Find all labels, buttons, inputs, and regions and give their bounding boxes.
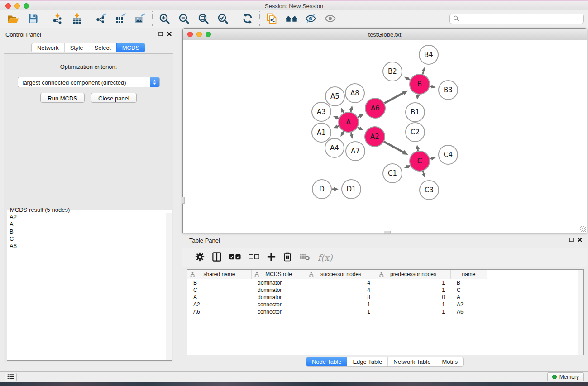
node-A6[interactable]: A6 [365, 98, 385, 118]
search-input[interactable] [461, 15, 583, 23]
node-A1[interactable]: A1 [312, 123, 331, 142]
control-tab-style[interactable]: Style [64, 43, 89, 52]
table-cell-shared-name[interactable]: A2 [187, 301, 252, 308]
node-C4[interactable]: C4 [439, 145, 458, 164]
network-canvas[interactable]: B4B2BB3B1A6A5A8A3AA1A4A7A2C2CC4C1C3DD1 [183, 40, 587, 233]
show-button[interactable] [320, 10, 340, 27]
node-C[interactable]: C [410, 151, 430, 171]
memory-button[interactable]: Memory [547, 372, 584, 381]
save-button[interactable] [23, 10, 43, 27]
edge-C-C4[interactable] [430, 157, 435, 160]
node-B3[interactable]: B3 [439, 81, 458, 100]
deselect-all-button[interactable] [249, 253, 259, 262]
node-D1[interactable]: D1 [342, 180, 361, 199]
close-panel-button[interactable]: Close panel [91, 93, 137, 103]
table-cell-name[interactable]: A6 [451, 309, 487, 315]
panel-divider-handle-bottom[interactable] [384, 231, 391, 234]
table-tab-node-table[interactable]: Node Table [306, 357, 347, 366]
delete-button[interactable] [283, 252, 292, 263]
edge-B-B1[interactable] [416, 95, 420, 100]
table-cell-shared-name[interactable]: B [187, 280, 252, 286]
zoom-in-button[interactable] [155, 10, 174, 27]
table-cell-shared-name[interactable]: A [187, 294, 252, 300]
select-all-button[interactable] [229, 253, 241, 262]
columns-button[interactable] [212, 252, 221, 263]
edge-A-A7[interactable] [349, 132, 353, 138]
table-cell-shared-name[interactable]: C [187, 287, 252, 293]
import-network-button[interactable] [48, 10, 67, 27]
optimization-dropdown[interactable]: largest connected component (directed) [18, 77, 160, 87]
table-cell-name[interactable]: B [451, 280, 487, 286]
table-cell-mcds-role[interactable]: dominator [252, 287, 306, 293]
edge-B-B2[interactable] [404, 77, 410, 81]
table-cell-predecessor-nodes[interactable]: 1 [376, 301, 451, 308]
edge-C-C1[interactable] [404, 164, 410, 168]
node-B2[interactable]: B2 [383, 62, 402, 81]
table-row[interactable]: Cdominator41C [187, 286, 583, 294]
table-cell-successor-nodes[interactable]: 8 [306, 294, 376, 300]
node-A8[interactable]: A8 [345, 84, 364, 103]
zoom-selected-button[interactable] [213, 10, 233, 27]
refresh-button[interactable] [238, 10, 257, 27]
close-table-panel-icon[interactable] [578, 238, 582, 242]
edge-A-A4[interactable] [340, 131, 344, 137]
table-tab-network-table[interactable]: Network Table [387, 357, 436, 366]
table-tab-motifs[interactable]: Motifs [436, 357, 463, 366]
table-cell-shared-name[interactable]: A6 [187, 309, 252, 315]
table-cell-mcds-role[interactable]: dominator [252, 294, 306, 300]
table-cell-successor-nodes[interactable]: 4 [306, 280, 376, 286]
table-cell-name[interactable]: A [451, 294, 487, 300]
edge-A6-B[interactable] [384, 91, 408, 103]
panel-divider-handle-left[interactable] [182, 197, 185, 204]
float-table-panel-icon[interactable] [569, 238, 574, 242]
result-scrollbar[interactable] [166, 213, 172, 360]
column-header-shared-name[interactable]: shared name [187, 270, 252, 279]
mcds-result-item[interactable]: B [10, 228, 164, 235]
edge-C-C3[interactable] [422, 171, 425, 178]
table-cell-predecessor-nodes[interactable]: 1 [376, 287, 451, 293]
table-cell-name[interactable]: C [451, 287, 487, 293]
table-cell-mcds-role[interactable]: connector [252, 309, 306, 315]
edge-D-D1[interactable] [332, 187, 339, 191]
open-button[interactable] [4, 10, 23, 27]
table-tab-edge-table[interactable]: Edge Table [347, 357, 387, 366]
mcds-result-item[interactable]: A [10, 221, 164, 228]
column-header-predecessor-nodes[interactable]: predecessor nodes [376, 270, 451, 279]
table-row[interactable]: Adominator80A [187, 294, 583, 301]
export-table-button[interactable] [111, 10, 130, 27]
node-C3[interactable]: C3 [420, 181, 439, 200]
node-B[interactable]: B [410, 74, 430, 94]
import-table-button[interactable] [67, 10, 86, 27]
column-header-name[interactable]: name [451, 270, 487, 279]
export-image-button[interactable] [130, 10, 150, 27]
settings-button[interactable] [195, 252, 205, 263]
hide-button[interactable] [301, 10, 320, 27]
mcds-result-item[interactable]: C [10, 235, 164, 243]
node-C2[interactable]: C2 [406, 123, 425, 142]
zoom-fit-button[interactable] [194, 10, 213, 27]
table-cell-successor-nodes[interactable]: 1 [306, 309, 376, 315]
table-scrollbar[interactable] [578, 270, 583, 355]
task-history-button[interactable] [5, 373, 17, 381]
mcds-result-item[interactable]: A6 [10, 243, 164, 250]
node-B1[interactable]: B1 [406, 103, 425, 122]
add-button[interactable] [267, 253, 276, 263]
edge-A2-C[interactable] [384, 142, 408, 155]
table-cell-name[interactable]: A2 [451, 301, 487, 308]
table-row[interactable]: Bdominator41B [187, 279, 583, 286]
control-tab-network[interactable]: Network [32, 43, 64, 52]
table-row[interactable]: A2connector11A2 [187, 301, 583, 308]
edge-A-A2[interactable] [358, 126, 363, 130]
node-A[interactable]: A [339, 112, 359, 132]
node-D[interactable]: D [312, 180, 331, 199]
control-tab-mcds[interactable]: MCDS [116, 43, 145, 52]
table-cell-mcds-role[interactable]: connector [252, 301, 306, 308]
zoom-out-button[interactable] [174, 10, 194, 27]
table-cell-predecessor-nodes[interactable]: 0 [376, 294, 451, 300]
column-header-successor-nodes[interactable]: successor nodes [306, 270, 376, 279]
table-cell-mcds-role[interactable]: dominator [252, 280, 306, 286]
control-tab-select[interactable]: Select [89, 43, 116, 52]
node-A3[interactable]: A3 [312, 102, 331, 121]
edge-A-A1[interactable] [333, 124, 339, 128]
table-cell-predecessor-nodes[interactable]: 1 [376, 309, 451, 315]
